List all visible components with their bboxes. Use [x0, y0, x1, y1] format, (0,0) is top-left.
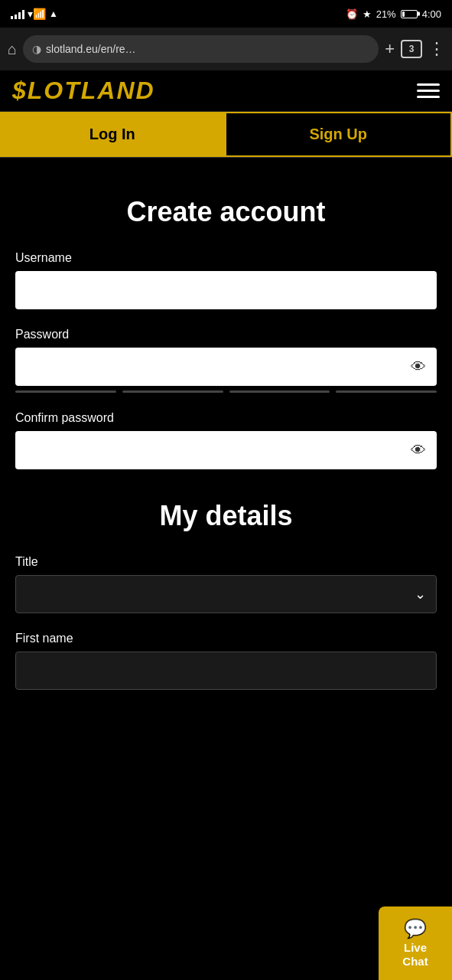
first-name-field-group: First name	[15, 632, 437, 690]
live-chat-label-line2: Chat	[402, 955, 428, 969]
strength-bar-3	[229, 390, 330, 393]
my-details-title: My details	[15, 500, 437, 532]
username-input[interactable]	[15, 271, 437, 309]
username-field-group: Username	[15, 251, 437, 309]
chat-icon: 💬	[404, 918, 427, 939]
wifi-icon: ▾📶	[28, 8, 46, 20]
password-input[interactable]	[15, 348, 437, 386]
title-select[interactable]: Mr Mrs Ms Dr	[15, 575, 437, 613]
create-account-title: Create account	[15, 196, 437, 228]
confirm-password-label: Confirm password	[15, 411, 437, 425]
alarm-icon: ⏰	[346, 8, 358, 20]
battery-icon	[401, 10, 418, 18]
secure-icon: ◑	[32, 43, 41, 55]
browser-menu-button[interactable]: ⋮	[428, 39, 444, 59]
login-button[interactable]: Log In	[0, 112, 225, 157]
confirm-password-input[interactable]	[15, 431, 437, 469]
site-header: $LOTLAND	[0, 70, 452, 112]
time: 4:00	[422, 8, 441, 20]
password-toggle-icon[interactable]: 👁	[411, 358, 426, 376]
home-icon[interactable]: ⌂	[8, 41, 17, 58]
battery-percent: 21%	[376, 8, 396, 20]
password-field-group: Password 👁	[15, 328, 437, 393]
strength-bar-4	[336, 390, 437, 393]
url-bar[interactable]: ◑ slotland.eu/en/re…	[23, 35, 379, 63]
hamburger-line-1	[417, 83, 440, 86]
first-name-input[interactable]	[15, 652, 437, 690]
status-right: ⏰ ★ 21% 4:00	[346, 8, 441, 20]
confirm-password-toggle-icon[interactable]: 👁	[411, 442, 426, 459]
status-bar: ▾📶 ▲ ⏰ ★ 21% 4:00	[0, 0, 452, 28]
live-chat-button[interactable]: 💬 Live Chat	[379, 906, 452, 980]
auth-buttons: Log In Sign Up	[0, 112, 452, 158]
site-logo: $LOTLAND	[12, 77, 155, 105]
title-select-wrapper: Mr Mrs Ms Dr ⌄	[15, 575, 437, 613]
hamburger-line-2	[417, 90, 440, 92]
new-tab-button[interactable]: +	[385, 39, 395, 59]
browser-bar: ⌂ ◑ slotland.eu/en/re… + 3 ⋮	[0, 28, 452, 70]
password-strength-indicator	[15, 390, 437, 393]
status-left: ▾📶 ▲	[11, 8, 58, 20]
signup-button[interactable]: Sign Up	[225, 112, 453, 157]
password-label: Password	[15, 328, 437, 341]
confirm-password-wrapper: 👁	[15, 431, 437, 469]
logo-text: $LOTLAND	[12, 77, 155, 104]
first-name-label: First name	[15, 632, 437, 645]
navigation-icon: ▲	[49, 8, 58, 19]
strength-bar-2	[122, 390, 223, 393]
hamburger-line-3	[417, 96, 440, 98]
url-text: slotland.eu/en/re…	[46, 43, 136, 55]
signal-icon	[11, 8, 24, 19]
tabs-button[interactable]: 3	[401, 40, 422, 58]
hamburger-menu-button[interactable]	[417, 83, 440, 98]
strength-bar-1	[15, 390, 116, 393]
password-wrapper: 👁	[15, 348, 437, 386]
confirm-password-field-group: Confirm password 👁	[15, 411, 437, 469]
main-content: Create account Username Password 👁 Confi…	[0, 158, 452, 724]
bluetooth-icon: ★	[363, 8, 372, 20]
username-label: Username	[15, 251, 437, 265]
title-label: Title	[15, 555, 437, 569]
live-chat-label-line1: Live	[404, 941, 427, 955]
title-field-group: Title Mr Mrs Ms Dr ⌄	[15, 555, 437, 613]
